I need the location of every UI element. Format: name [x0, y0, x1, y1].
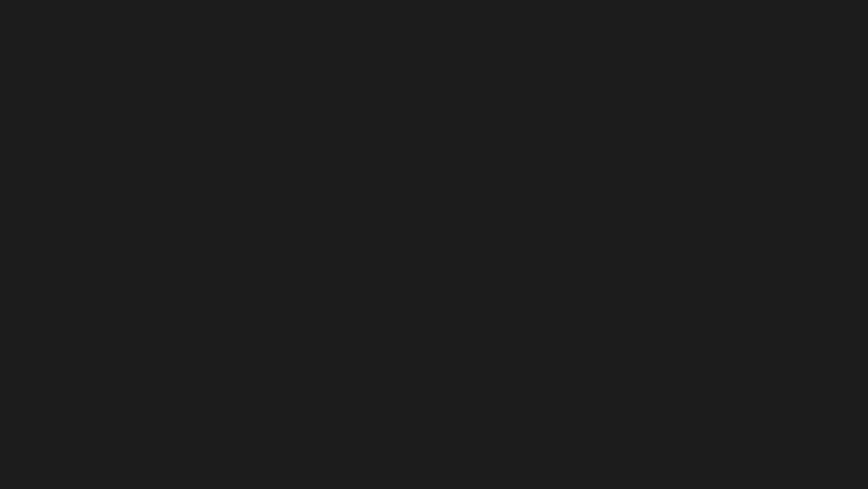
ncstudio-window: [0, 0, 868, 489]
